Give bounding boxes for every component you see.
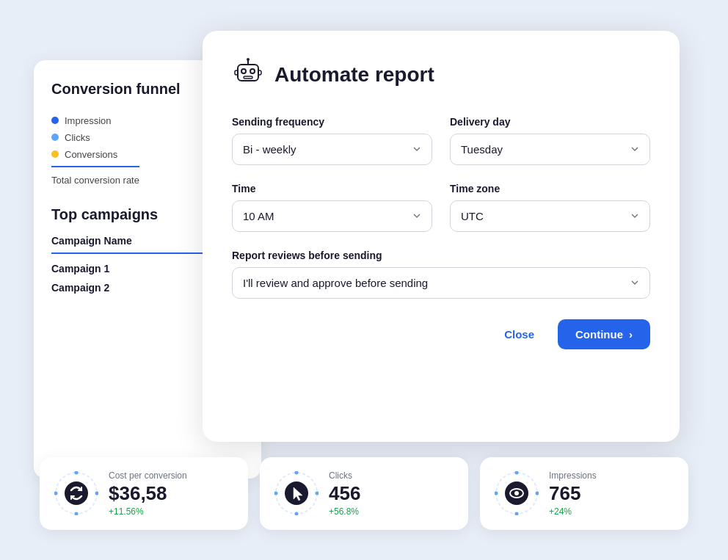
clicks-stat-label: Clicks <box>329 470 360 481</box>
total-conversion-rate: Total conversion rate <box>51 166 139 186</box>
svg-point-23 <box>515 512 519 516</box>
stat-card-cost: Cost per conversion $36,58 +11.56% <box>40 457 248 530</box>
timezone-label: Time zone <box>450 183 650 194</box>
clicks-stat-change: +56.8% <box>329 506 360 517</box>
frequency-day-row: Sending frequency Bi - weekly Weekly Mon… <box>232 116 650 165</box>
cost-label: Cost per conversion <box>109 470 187 481</box>
time-select[interactable]: 10 AM 8 AM 9 AM 11 AM 12 PM <box>232 200 432 232</box>
sending-frequency-select[interactable]: Bi - weekly Weekly Monthly Daily <box>232 134 432 165</box>
modal-header: Automate report <box>232 57 650 92</box>
continue-button[interactable]: Continue › <box>558 319 650 349</box>
cost-info: Cost per conversion $36,58 +11.56% <box>109 470 187 517</box>
svg-point-10 <box>95 492 99 495</box>
svg-point-21 <box>515 471 519 475</box>
svg-point-22 <box>536 492 539 495</box>
svg-point-11 <box>75 512 79 516</box>
clicks-icon-circle <box>274 471 318 515</box>
report-reviews-group: Report reviews before sending I'll revie… <box>232 250 650 299</box>
impression-label: Impression <box>65 115 112 126</box>
stat-card-impressions: Impressions 765 +24% <box>480 457 688 530</box>
conversions-dot <box>51 150 59 158</box>
clicks-stat-value: 456 <box>329 482 360 505</box>
impressions-icon-circle <box>495 471 539 515</box>
robot-icon <box>232 57 264 92</box>
svg-point-4 <box>250 69 255 73</box>
cost-icon-circle <box>54 471 98 515</box>
delivery-day-label: Delivery day <box>450 116 650 128</box>
svg-point-1 <box>247 58 250 61</box>
stat-card-clicks: Clicks 456 +56.8% <box>260 457 468 530</box>
svg-point-18 <box>274 492 278 495</box>
impressions-label: Impressions <box>549 470 597 481</box>
svg-rect-5 <box>244 76 252 79</box>
time-timezone-row: Time 10 AM 8 AM 9 AM 11 AM 12 PM Time zo… <box>232 183 650 232</box>
cost-value: $36,58 <box>109 482 187 505</box>
continue-label: Continue <box>575 328 623 341</box>
time-label: Time <box>232 183 432 194</box>
close-button[interactable]: Close <box>492 321 546 348</box>
conversions-label: Conversions <box>65 149 117 160</box>
stats-row: Cost per conversion $36,58 +11.56% <box>34 457 694 530</box>
svg-point-3 <box>241 69 246 73</box>
svg-point-9 <box>75 471 79 475</box>
impressions-change: +24% <box>549 506 597 517</box>
modal-title: Automate report <box>274 63 434 87</box>
sending-frequency-group: Sending frequency Bi - weekly Weekly Mon… <box>232 116 432 165</box>
impressions-value: 765 <box>549 482 597 505</box>
report-reviews-label: Report reviews before sending <box>232 250 650 261</box>
continue-arrow-icon: › <box>629 328 633 341</box>
delivery-day-select[interactable]: Tuesday Monday Wednesday Thursday Friday <box>450 134 650 165</box>
svg-point-27 <box>514 491 519 495</box>
impressions-info: Impressions 765 +24% <box>549 470 597 517</box>
report-reviews-select[interactable]: I'll review and approve before sending S… <box>232 267 650 299</box>
automate-report-modal: Automate report Sending frequency Bi - w… <box>203 31 680 442</box>
clicks-dot <box>51 134 59 141</box>
svg-point-15 <box>295 471 299 475</box>
svg-rect-7 <box>258 70 261 75</box>
svg-point-17 <box>295 512 299 516</box>
svg-point-12 <box>54 492 58 495</box>
delivery-day-group: Delivery day Tuesday Monday Wednesday Th… <box>450 116 650 165</box>
timezone-group: Time zone UTC EST PST CST <box>450 183 650 232</box>
scene: Conversion funnel Impression Clicks Conv… <box>34 31 694 530</box>
cost-change: +11.56% <box>109 506 187 517</box>
sending-frequency-label: Sending frequency <box>232 116 432 128</box>
time-group: Time 10 AM 8 AM 9 AM 11 AM 12 PM <box>232 183 432 232</box>
svg-point-13 <box>65 481 88 505</box>
impression-dot <box>51 117 59 124</box>
svg-point-24 <box>495 492 498 495</box>
clicks-info: Clicks 456 +56.8% <box>329 470 360 517</box>
modal-footer: Close Continue › <box>232 319 650 349</box>
clicks-label: Clicks <box>65 132 90 143</box>
svg-rect-6 <box>235 70 238 75</box>
svg-point-16 <box>316 492 319 495</box>
timezone-select[interactable]: UTC EST PST CST <box>450 200 650 232</box>
